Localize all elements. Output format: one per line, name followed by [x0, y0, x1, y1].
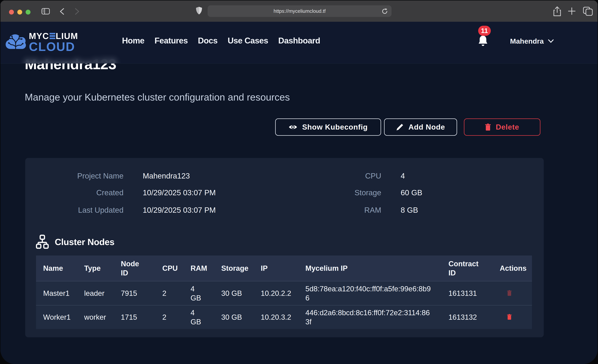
col-ip: IP — [254, 256, 298, 281]
reload-icon[interactable] — [382, 8, 388, 14]
col-type: Type — [77, 256, 114, 281]
page-title-ghost: Mahendra123 — [25, 56, 116, 64]
node-actions — [493, 305, 532, 329]
zoom-window-button[interactable] — [25, 10, 31, 15]
action-buttons: Show Kubeconfig Add Node — [275, 118, 540, 136]
web-page: Mahendra123 Manage your Kubernetes clust… — [0, 22, 598, 364]
nav-links: Home Features Docs Use Cases Dashboard — [122, 22, 320, 62]
project-details-card: Project Name Mahendra123 Created 10/29/2… — [25, 158, 544, 337]
node-mycelium-ip: 5d8:78ea:a120:f40c:ff0f:a5fe:99e6:8b96 — [298, 281, 441, 305]
add-node-label: Add Node — [408, 123, 445, 131]
logo-e-bars-icon — [50, 33, 55, 39]
node-id: 1715 — [114, 305, 155, 329]
delete-node-button[interactable] — [507, 289, 512, 298]
table-header-row: Name Type Node ID CPU RAM Storage IP Myc… — [36, 256, 532, 281]
show-kubeconfig-button[interactable]: Show Kubeconfig — [275, 118, 381, 136]
node-name: Master1 — [36, 281, 77, 305]
col-mycelium-ip: Mycelium IP — [298, 256, 441, 281]
address-bar[interactable]: https://myceliumcloud.tf — [208, 5, 391, 17]
minimize-window-button[interactable] — [17, 10, 22, 15]
node-storage: 30 GB — [214, 305, 254, 329]
delete-node-button[interactable] — [507, 313, 512, 321]
nav-link-docs[interactable]: Docs — [198, 36, 217, 45]
node-storage: 30 GB — [214, 281, 254, 305]
col-cpu: CPU — [155, 256, 183, 281]
site-logo[interactable]: MYCLIUM CLOUD — [5, 32, 78, 53]
cluster-nodes-heading: Cluster Nodes — [55, 237, 115, 247]
trash-icon — [485, 124, 491, 131]
user-name: Mahendra — [510, 37, 544, 45]
nav-right: 11 Mahendra — [480, 22, 554, 62]
node-actions — [493, 281, 532, 305]
desktop-background: https://myceliumcloud.tf — [0, 0, 598, 364]
delete-cluster-button[interactable]: Delete — [464, 118, 540, 136]
col-node-id: Node ID — [114, 256, 155, 281]
new-tab-icon[interactable] — [568, 8, 575, 15]
trash-icon — [507, 290, 512, 296]
share-icon[interactable] — [553, 7, 562, 17]
storage-label: Storage — [25, 188, 381, 197]
node-type: worker — [77, 305, 114, 329]
node-ip: 10.20.2.2 — [254, 281, 298, 305]
nav-link-dashboard[interactable]: Dashboard — [278, 36, 320, 45]
node-contract-id: 1613132 — [441, 305, 493, 329]
table-row: Master1 leader 7915 2 4 GB 30 GB 10.20.2… — [36, 281, 532, 305]
node-contract-id: 1613131 — [441, 281, 493, 305]
pencil-icon — [396, 124, 403, 131]
trash-icon — [507, 314, 512, 320]
node-cpu: 2 — [155, 305, 183, 329]
close-window-button[interactable] — [9, 10, 14, 15]
delete-label: Delete — [496, 123, 519, 131]
browser-chrome: https://myceliumcloud.tf — [0, 0, 598, 22]
ram-label: RAM — [25, 206, 381, 215]
cluster-nodes-icon — [36, 235, 49, 249]
node-ram: 4 GB — [183, 305, 214, 329]
cpu-value: 4 — [401, 171, 405, 180]
table-row: Worker1 worker 1715 2 4 GB 30 GB 10.20.3… — [36, 305, 532, 329]
node-mycelium-ip: 446:d2a6:8bcd:8c16:ff0f:72e2:3114:863f — [298, 305, 441, 329]
privacy-shield-icon[interactable] — [196, 7, 202, 15]
site-logo-text: MYCLIUM CLOUD — [29, 32, 78, 53]
col-ram: RAM — [183, 256, 214, 281]
node-name: Worker1 — [36, 305, 77, 329]
notification-badge: 11 — [478, 26, 491, 36]
tab-overview-icon[interactable] — [583, 7, 593, 16]
node-type: leader — [77, 281, 114, 305]
col-storage: Storage — [214, 256, 254, 281]
storage-value: 60 GB — [401, 188, 422, 197]
cpu-label: CPU — [25, 171, 381, 180]
show-kubeconfig-label: Show Kubeconfig — [302, 123, 368, 131]
user-menu[interactable]: Mahendra — [510, 37, 554, 45]
col-actions: Actions — [493, 256, 532, 281]
node-ip: 10.20.3.2 — [254, 305, 298, 329]
back-button-icon[interactable] — [60, 8, 64, 15]
site-navbar: Mahendra123 MYCLIUM — [0, 22, 598, 64]
ram-value: 8 GB — [401, 206, 418, 215]
add-node-button[interactable]: Add Node — [384, 118, 457, 136]
mycelium-cloud-logo-icon — [5, 32, 26, 49]
node-cpu: 2 — [155, 281, 183, 305]
forward-button-icon[interactable] — [75, 8, 80, 15]
nav-link-use-cases[interactable]: Use Cases — [228, 36, 268, 45]
nav-link-home[interactable]: Home — [122, 36, 144, 45]
node-id: 7915 — [114, 281, 155, 305]
notifications-button[interactable]: 11 — [478, 35, 488, 47]
browser-window: https://myceliumcloud.tf — [0, 0, 598, 364]
chevron-down-icon — [548, 39, 554, 43]
col-contract-id: Contract ID — [441, 256, 493, 281]
bell-icon — [478, 35, 488, 47]
page-subtitle: Manage your Kubernetes cluster configura… — [25, 91, 290, 103]
nav-link-features[interactable]: Features — [155, 36, 188, 45]
sidebar-toggle-icon[interactable] — [42, 8, 50, 14]
cluster-nodes-table: Name Type Node ID CPU RAM Storage IP Myc… — [36, 256, 532, 329]
col-name: Name — [36, 256, 77, 281]
address-bar-url: https://myceliumcloud.tf — [208, 5, 391, 17]
node-ram: 4 GB — [183, 281, 214, 305]
eye-icon — [289, 124, 297, 130]
